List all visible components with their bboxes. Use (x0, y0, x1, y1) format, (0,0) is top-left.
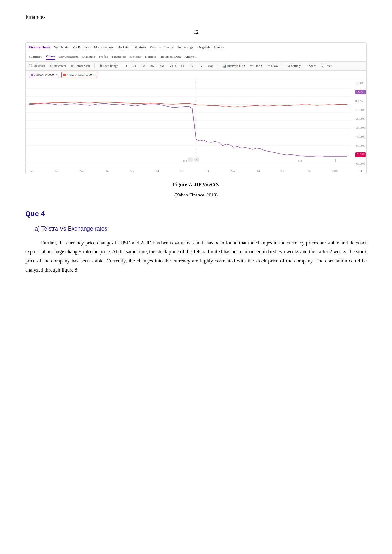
toolbar-separator-2 (218, 63, 218, 69)
interval-button[interactable]: 📊 Interval: 1D ▾ (221, 63, 246, 69)
nav-markets[interactable]: Markets (117, 45, 129, 50)
subnav-profile[interactable]: Profile (99, 54, 108, 60)
nav-technology[interactable]: Technology (178, 45, 194, 50)
subnav-holders[interactable]: Holders (145, 54, 156, 60)
svg-text:−: − (190, 158, 192, 161)
nav-originals[interactable]: Originals (197, 45, 210, 50)
period-max[interactable]: Max (206, 63, 214, 69)
period-5y[interactable]: 5Y (197, 63, 204, 69)
period-2y[interactable]: 2Y (189, 63, 195, 69)
svg-rect-21 (335, 159, 336, 162)
subnav-financials[interactable]: Financials (112, 54, 126, 60)
subsection-heading: a) Telstra Vs Exchange rates: (35, 224, 367, 233)
finance-chart: Finance Home Watchlists My Portfolio My … (25, 42, 367, 174)
svg-rect-15 (183, 160, 184, 162)
indicators-button[interactable]: ⊕ Indicators (49, 63, 67, 69)
svg-rect-18 (298, 160, 299, 162)
svg-text:+: + (196, 158, 198, 161)
nav-events[interactable]: Events (214, 45, 224, 50)
period-3m[interactable]: 3M (149, 63, 156, 69)
period-1y[interactable]: 1Y (179, 63, 186, 69)
svg-rect-17 (186, 160, 187, 162)
x-axis-labels: Jul 14 Aug 14 Sep 14 Oct 14 Nov 14 Dec 1… (26, 168, 366, 174)
figure-source: (Yahoo Finance, 2018) (25, 191, 367, 199)
figure-caption: Figure 7: JIP Vs ASX (25, 180, 367, 189)
draw-button[interactable]: ✏ Draw (266, 63, 279, 69)
subnav-statistics[interactable]: Statistics (82, 54, 95, 60)
toolbar-separator-3 (283, 63, 283, 69)
subnav-conversations[interactable]: Conversations (59, 54, 79, 60)
nav-my-screeners[interactable]: My Screeners (94, 45, 113, 50)
nav-industries[interactable]: Industries (132, 45, 146, 50)
svg-rect-19 (300, 160, 300, 162)
period-1m[interactable]: 1M (140, 63, 147, 69)
svg-rect-16 (185, 160, 185, 162)
share-button[interactable]: ↑ Share (305, 63, 317, 69)
nav-finance-home[interactable]: Finance Home (29, 45, 50, 50)
section-heading: Que 4 (25, 208, 367, 219)
reset-button[interactable]: ↺ Reset (320, 63, 333, 69)
subnav-summary[interactable]: Summary (29, 54, 42, 60)
toolbar-separator-1 (94, 63, 95, 69)
chip-jip-close[interactable]: ✕ (55, 72, 57, 77)
svg-rect-20 (301, 160, 302, 162)
fullscreen-button[interactable]: ⛶ Full screen (29, 63, 45, 68)
date-range-button[interactable]: 🗓 Date Range (98, 63, 119, 69)
period-5d[interactable]: 5D (131, 63, 137, 69)
chips-row: JIP.AX: 0.0000 ✕ ^AXJO: 5551.9000 ✕ (26, 71, 366, 79)
subnav-options[interactable]: Options (130, 54, 141, 60)
finance-nav: Finance Home Watchlists My Portfolio My … (26, 43, 366, 52)
subnav-analysts[interactable]: Analysts (184, 54, 197, 60)
chart-area: − + 10.00% 4.63% 0.00% -10.00% -20.00% -… (26, 79, 366, 168)
period-6m[interactable]: 6M (159, 63, 166, 69)
nav-personal-finance[interactable]: Personal Finance (150, 45, 173, 50)
period-1d[interactable]: 1D (122, 63, 128, 69)
chip-axjo: ^AXJO: 5551.9000 ✕ (61, 72, 97, 78)
body-text: Further, the currency price changes in U… (25, 238, 367, 275)
page-title: Finances (25, 13, 367, 22)
period-ytd[interactable]: YTD (168, 63, 177, 69)
nav-my-portfolio[interactable]: My Portfolio (72, 45, 90, 50)
subnav-chart[interactable]: Chart (46, 54, 55, 60)
chart-toolbar: ⛶ Full screen ⊕ Indicators ⊕ Comparison … (26, 62, 366, 71)
line-button[interactable]: 〰 Line ▾ (249, 63, 264, 69)
subnav-historical-data[interactable]: Historical Data (160, 54, 181, 60)
chip-axjo-close[interactable]: ✕ (93, 72, 95, 77)
finance-subnav: Summary Chart Conversations Statistics P… (26, 52, 366, 62)
settings-button[interactable]: ⚙ Settings (286, 63, 303, 69)
chip-jip: JIP.AX: 0.0000 ✕ (29, 72, 59, 78)
nav-watchlists[interactable]: Watchlists (54, 45, 69, 50)
page-number: 12 (25, 28, 367, 36)
comparison-button[interactable]: ⊕ Comparison (70, 63, 91, 69)
